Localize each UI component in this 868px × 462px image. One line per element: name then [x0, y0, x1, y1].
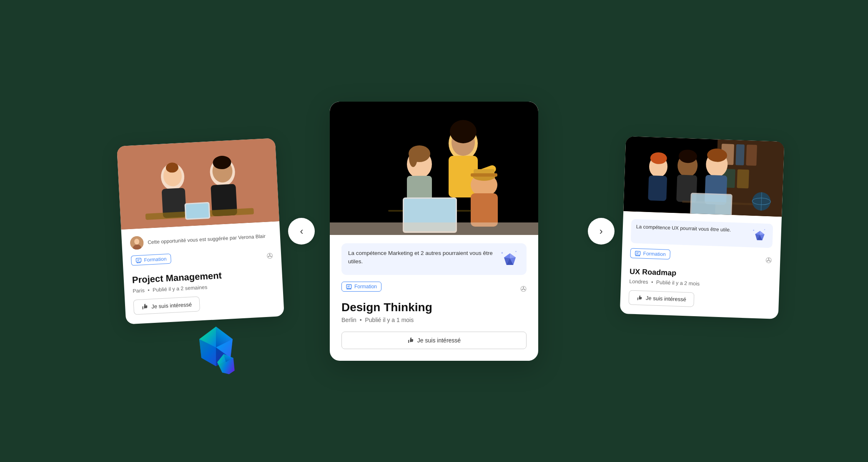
formation-badge-center: Formation [341, 282, 381, 292]
skill-suggestion-center: La compétence Marketing et 2 autres pour… [341, 243, 527, 275]
interest-btn-left-label: Je suis intéressé [151, 301, 192, 309]
card-right-title: UX Roadmap [630, 267, 772, 281]
dot-sep: • [148, 287, 150, 293]
card-left-body: Cette opportunité vous est suggérée par … [121, 221, 284, 325]
svg-point-37 [450, 120, 477, 143]
card-center-title: Design Thinking [341, 301, 527, 314]
formation-badge-label-left: Formation [144, 256, 167, 263]
card-center-image [330, 102, 538, 235]
svg-rect-99 [635, 251, 640, 255]
card-right-published: Publié il y a 2 mois [656, 279, 700, 287]
skill-suggestion-right: La compétence UX pourrait vous être util… [630, 219, 773, 248]
formation-badge-left: Formation [131, 253, 171, 265]
thumbsup-icon-right [637, 295, 642, 300]
badge-row-center: Formation ✇ [341, 282, 527, 297]
card-center-published: Publié il y a 1 mois [365, 317, 414, 323]
formation-badge-label-right: Formation [643, 250, 665, 257]
suggestion-bar: Cette opportunité vous est suggérée par … [130, 229, 272, 250]
svg-rect-88 [691, 194, 731, 217]
formation-icon-right [635, 250, 640, 256]
bookmark-right[interactable]: ✇ [765, 255, 772, 265]
card-left-location: Paris [133, 287, 145, 294]
avatar [130, 236, 144, 250]
skill-text-center: La compétence Marketing et 2 autres pour… [348, 249, 495, 266]
formation-badge-label-center: Formation [354, 284, 377, 290]
formation-badge-right: Formation [630, 248, 670, 259]
nav-left-button[interactable]: ‹ [288, 218, 315, 245]
skill-text-right: La compétence UX pourrait vous être util… [636, 223, 731, 233]
card-right-location: Londres [629, 278, 648, 285]
bookmark-left[interactable]: ✇ [266, 251, 273, 261]
svg-text:✦: ✦ [753, 229, 755, 232]
chevron-right-icon: › [600, 225, 603, 237]
badge-row-left: Formation ✇ [131, 248, 273, 271]
card-left: Cette opportunité vous est suggérée par … [117, 138, 285, 324]
svg-marker-56 [510, 253, 516, 258]
gem-icon-right: ✦ ✦ [752, 227, 768, 243]
card-right-image [623, 136, 784, 216]
carousel-container: Cette opportunité vous est suggérée par … [0, 0, 868, 462]
svg-marker-95 [760, 231, 764, 235]
chevron-left-icon: ‹ [300, 225, 303, 237]
gem-icon-center: ✦ ✦ [500, 249, 520, 269]
svg-rect-48 [471, 193, 498, 227]
thumbsup-icon-left [141, 303, 148, 310]
svg-rect-71 [746, 145, 757, 166]
svg-rect-47 [471, 173, 497, 177]
interest-btn-right-label: Je suis intéressé [646, 295, 686, 302]
card-left-image [117, 138, 280, 230]
card-center-body: La compétence Marketing et 2 autres pour… [330, 235, 538, 361]
card-center-meta: Berlin • Publié il y a 1 mois [341, 317, 527, 323]
svg-rect-17 [136, 258, 141, 262]
card-center: La compétence Marketing et 2 autres pour… [330, 102, 538, 361]
svg-rect-60 [346, 285, 351, 288]
formation-icon-center [346, 284, 352, 290]
svg-text:✦: ✦ [764, 228, 765, 230]
interest-btn-right[interactable]: Je suis intéressé [628, 290, 694, 307]
interest-btn-center[interactable]: Je suis intéressé [341, 332, 527, 349]
svg-rect-70 [735, 144, 745, 165]
svg-rect-73 [737, 169, 749, 188]
bookmark-center[interactable]: ✇ [520, 285, 527, 294]
svg-text:✦: ✦ [501, 251, 504, 255]
crystal-decoration [191, 325, 241, 379]
thumbsup-icon-center [407, 337, 414, 344]
svg-point-43 [409, 149, 417, 167]
dot-sep3: • [651, 279, 653, 285]
card-right: La compétence UX pourrait vous être util… [620, 136, 784, 319]
interest-btn-left[interactable]: Je suis intéressé [133, 296, 200, 315]
nav-right-button[interactable]: › [588, 218, 615, 245]
svg-text:✦: ✦ [515, 250, 517, 253]
badge-row-right: Formation ✇ [630, 248, 772, 268]
formation-icon-left [136, 257, 142, 263]
svg-rect-52 [330, 222, 538, 235]
interest-btn-center-label: Je suis intéressé [417, 337, 461, 344]
card-center-location: Berlin [341, 317, 356, 323]
dot-sep2: • [360, 317, 362, 323]
card-left-published: Publié il y a 2 semaines [153, 284, 208, 293]
svg-rect-75 [648, 175, 667, 200]
card-right-body: La compétence UX pourrait vous être util… [620, 211, 781, 319]
suggestion-text: Cette opportunité vous est suggérée par … [148, 232, 266, 246]
svg-rect-13 [186, 203, 209, 218]
